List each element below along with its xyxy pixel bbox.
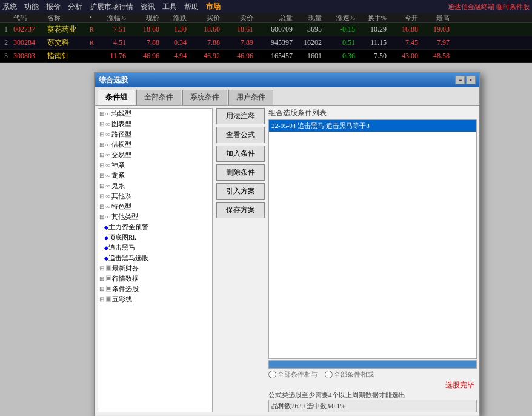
table-row[interactable]: 3 300803 指南针 11.76 46.96 4.94 46.92 46.9… — [0, 50, 532, 63]
tree-item-topbottom[interactable]: ◆顶底图Rk — [103, 232, 212, 243]
menu-quote[interactable]: 报价 — [46, 2, 61, 12]
tree-item-chasehorse-select[interactable]: ◆追击黑马选股 — [103, 253, 212, 263]
tab-bar: 条件组 全部条件 系统条件 用户条件 — [95, 87, 479, 106]
tree-item-fivelines[interactable]: ⊞▣五彩线 — [98, 294, 212, 304]
right-info: 通达信金融终端 临时条件股 — [448, 2, 530, 12]
header-name: 名称 — [47, 13, 90, 22]
header-sell: 卖价 — [222, 13, 256, 22]
tree-item-otherseries[interactable]: ⊞∞其他系 — [98, 191, 212, 201]
tree-item-pathtype[interactable]: ⊞∞路径型 — [98, 129, 212, 139]
delete-condition-button[interactable]: 删除条件 — [216, 164, 265, 181]
view-formula-button[interactable]: 查看公式 — [216, 127, 265, 143]
tree-item-latestfinance[interactable]: ⊞▣最新财务 — [98, 263, 212, 273]
tree-item-shenseries[interactable]: ⊞∞神系 — [98, 160, 212, 170]
right-panel: 用法注释 查看公式 加入条件 删除条件 引入方案 保存方案 组合选股条件列表 2… — [216, 108, 477, 412]
stock-count-text: 品种数2630 选中数3/0.1% — [271, 401, 345, 411]
tree-item-conditionselect[interactable]: ⊞▣条件选股 — [98, 284, 212, 294]
header-currvol: 现量 — [295, 13, 324, 22]
radio-all-match-label[interactable]: 全部条件相与 — [268, 370, 318, 379]
menu-extended[interactable]: 扩展市场行情 — [90, 2, 133, 12]
menu-market[interactable]: 市场 — [206, 2, 221, 12]
usage-note-button[interactable]: 用法注释 — [216, 108, 265, 124]
table-row[interactable]: 2 300284 苏交科 R 4.51 7.88 0.34 7.88 7.89 … — [0, 36, 532, 50]
tree-item-jxitype[interactable]: ⊞∞均线型 — [98, 109, 212, 119]
header-idx — [0, 13, 12, 22]
condition-list-section: 用法注释 查看公式 加入条件 删除条件 引入方案 保存方案 组合选股条件列表 2… — [216, 108, 477, 412]
dialog-body: ⊞∞均线型 ⊞∞图表型 ⊞∞路径型 ⊞∞借损型 ⊞∞交易型 ⊞∞神系 ⊞∞龙系 … — [95, 106, 479, 415]
header-vol: 总量 — [256, 13, 295, 22]
condition-list-label: 组合选股条件列表 — [268, 108, 477, 118]
header-high: 最高 — [421, 13, 452, 22]
menu-help[interactable]: 帮助 — [184, 2, 199, 12]
condition-list[interactable]: 22-05-04 追击黑马:追击黑马等于8 — [268, 119, 477, 359]
tab-system-conditions[interactable]: 系统条件 — [182, 90, 227, 105]
header-pct: 涨幅% — [98, 13, 128, 22]
header-code: 代码 — [12, 13, 47, 22]
dialog-title: 综合选股 — [99, 75, 454, 86]
header-speed: 涨速% — [324, 13, 357, 22]
radio-all-match[interactable] — [268, 371, 276, 378]
dialog-close-button[interactable]: × — [466, 76, 476, 84]
tree-item-othertype[interactable]: ⊟∞其他类型 — [98, 212, 212, 222]
tree-item-longseries[interactable]: ⊞∞龙系 — [98, 170, 212, 181]
tree-item-ghostseries[interactable]: ⊞∞鬼系 — [98, 181, 212, 191]
tree-item-chasehorse[interactable]: ◆追击黑马 — [103, 243, 212, 253]
action-buttons: 用法注释 查看公式 加入条件 删除条件 引入方案 保存方案 — [216, 108, 265, 412]
menu-tools[interactable]: 工具 — [162, 2, 177, 12]
menu-news[interactable]: 资讯 — [141, 2, 155, 12]
header-open: 今开 — [389, 13, 421, 22]
tree-item-charttype[interactable]: ⊞∞图表型 — [98, 119, 212, 129]
tab-condition-group[interactable]: 条件组 — [98, 90, 135, 105]
dialog-titlebar: 综合选股 － × — [95, 73, 479, 87]
status-complete: 选股完毕 — [268, 380, 477, 391]
header-r: • — [90, 13, 98, 22]
header-price: 现价 — [128, 13, 162, 22]
menu-function[interactable]: 功能 — [24, 2, 39, 12]
condition-tree[interactable]: ⊞∞均线型 ⊞∞图表型 ⊞∞路径型 ⊞∞借损型 ⊞∞交易型 ⊞∞神系 ⊞∞龙系 … — [98, 108, 213, 412]
add-condition-button[interactable]: 加入条件 — [216, 146, 265, 162]
condition-list-item[interactable]: 22-05-04 追击黑马:追击黑马等于8 — [269, 120, 476, 132]
tab-all-conditions[interactable]: 全部条件 — [136, 90, 181, 105]
save-plan-button[interactable]: 保存方案 — [216, 202, 265, 218]
tree-group-othertype: ◆主力资金预警 ◆顶底图Rk ◆追击黑马 ◆追击黑马选股 — [98, 222, 212, 263]
menu-system[interactable]: 系统 — [2, 2, 17, 12]
status-note: 公式类选股至少需要4个以上周期数据才能选出 — [268, 391, 477, 400]
tree-item-specialtype[interactable]: ⊞∞特色型 — [98, 201, 212, 212]
condition-list-box: 组合选股条件列表 22-05-04 追击黑马:追击黑马等于8 全部条件相与 — [268, 108, 477, 412]
comprehensive-stock-dialog: 综合选股 － × 条件组 全部条件 系统条件 用户条件 ⊞∞均线型 ⊞∞图表型 … — [94, 72, 480, 416]
table-header: 代码 名称 • 涨幅% 现价 涨跌 买价 卖价 总量 现量 涨速% 换手% 今开… — [0, 13, 532, 23]
tree-item-marketdata[interactable]: ⊞▣行情数据 — [98, 273, 212, 284]
progress-bar — [268, 360, 477, 369]
table-row[interactable]: 1 002737 葵花药业 R 7.51 18.60 1.30 18.60 18… — [0, 23, 532, 36]
radio-any-match-label[interactable]: 全部条件相或 — [325, 370, 374, 379]
tree-item-tradetype[interactable]: ⊞∞交易型 — [98, 150, 212, 160]
radio-any-match[interactable] — [325, 371, 333, 378]
stock-count-bar: 品种数2630 选中数3/0.1% — [268, 400, 477, 412]
header-change: 涨跌 — [162, 13, 189, 22]
stock-table: 代码 名称 • 涨幅% 现价 涨跌 买价 卖价 总量 现量 涨速% 换手% 今开… — [0, 13, 532, 63]
import-plan-button[interactable]: 引入方案 — [216, 183, 265, 200]
header-turnover: 换手% — [357, 13, 389, 22]
radio-group: 全部条件相与 全部条件相或 — [268, 369, 477, 380]
minimize-button[interactable]: － — [455, 76, 465, 84]
tab-user-conditions[interactable]: 用户条件 — [228, 90, 273, 105]
menu-analysis[interactable]: 分析 — [68, 2, 82, 12]
tree-item-losstype[interactable]: ⊞∞借损型 — [98, 139, 212, 150]
tree-item-mainforce[interactable]: ◆主力资金预警 — [103, 222, 212, 232]
menu-bar: 系统 功能 报价 分析 扩展市场行情 资讯 工具 帮助 市场 通达信金融终端 临… — [0, 0, 532, 13]
header-buy: 买价 — [189, 13, 222, 22]
